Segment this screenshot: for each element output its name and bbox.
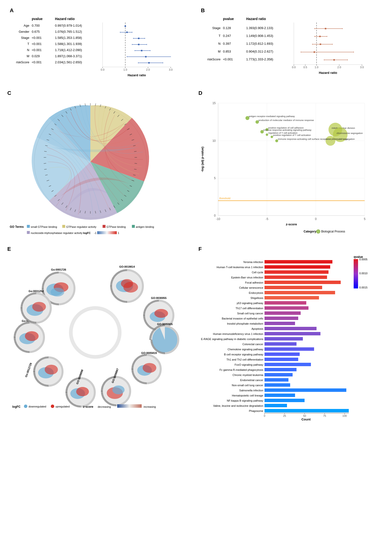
svg-rect-355 [354, 259, 358, 288]
panel-f: F Yersinia infection Human T-cell leukem… [196, 243, 387, 424]
svg-text:0.029: 0.029 [32, 54, 40, 58]
svg-rect-307 [265, 322, 295, 325]
svg-text:z-score: z-score [286, 222, 297, 226]
svg-text:0.0010: 0.0010 [359, 272, 368, 275]
panel-e-circles: Go:0001726 GO:0019814 [7, 254, 183, 420]
svg-text:Non-small cell lung cancer: Non-small cell lung cancer [232, 384, 263, 387]
svg-rect-319 [265, 352, 300, 356]
svg-text:Chemokine signaling pathway: Chemokine signaling pathway [227, 348, 263, 351]
panel-e: E [5, 243, 196, 424]
panel-e-label: E [7, 246, 194, 252]
svg-rect-54 [141, 50, 142, 51]
svg-text:threshold: threshold [219, 197, 230, 200]
svg-rect-315 [265, 342, 297, 346]
svg-text:10: 10 [212, 139, 216, 143]
svg-point-236 [51, 288, 64, 297]
svg-text:0.904(0.311-2.627): 0.904(0.311-2.627) [246, 50, 273, 53]
svg-text:100: 100 [342, 414, 347, 417]
svg-text:5: 5 [214, 176, 216, 180]
svg-text:Epstein-Barr virus infection: Epstein-Barr virus infection [231, 276, 263, 279]
svg-rect-179 [132, 225, 135, 228]
svg-text:25: 25 [283, 414, 286, 417]
svg-text:Hematopoietic cell lineage: Hematopoietic cell lineage [232, 394, 263, 397]
svg-rect-309 [265, 327, 317, 330]
svg-text:1.773(1.333-2.358): 1.773(1.333-2.358) [246, 57, 273, 61]
svg-text:0.5: 0.5 [303, 66, 307, 69]
panel-a-label: A [10, 7, 191, 14]
svg-text:0.128: 0.128 [223, 26, 231, 30]
svg-text:5: 5 [364, 217, 365, 221]
main-container: A pvalue Hazard ratio Age 0.700 0.997(0.… [0, 0, 392, 429]
svg-rect-321 [265, 358, 298, 361]
svg-rect-57 [145, 56, 147, 57]
svg-text:B cell receptor signaling path: B cell receptor signaling pathway [224, 353, 263, 356]
svg-text:decreasing: decreasing [98, 405, 111, 408]
svg-text:AGE-RAGE signaling pathway in : AGE-RAGE signaling pathway in diabetic c… [201, 338, 263, 341]
svg-text:1.393(0.909-2.133): 1.393(0.909-2.133) [246, 26, 273, 30]
svg-text:1.897(1.068-3.371): 1.897(1.068-3.371) [55, 54, 82, 58]
svg-rect-100 [319, 36, 321, 37]
svg-text:z-score: z-score [83, 405, 93, 408]
svg-rect-104 [320, 44, 321, 45]
svg-text:0.247: 0.247 [223, 34, 231, 38]
svg-rect-38 [125, 25, 126, 27]
svg-rect-175 [62, 225, 65, 228]
svg-text:1: 1 [118, 231, 119, 234]
svg-text:Bacterial invasion of epitheli: Bacterial invasion of epithelial cells [222, 317, 263, 320]
svg-text:p53 signaling pathway: p53 signaling pathway [237, 302, 263, 305]
svg-text:small GTPase binding: small GTPase binding [31, 225, 57, 228]
svg-text:0.397: 0.397 [223, 42, 231, 45]
svg-rect-280 [117, 404, 142, 408]
svg-text:pvalue: pvalue [223, 17, 234, 21]
svg-text:Endocytosis: Endocytosis [249, 291, 263, 294]
svg-text:Category: Category [304, 230, 316, 233]
svg-text:Chronic myeloid leukemia: Chronic myeloid leukemia [233, 374, 264, 376]
svg-text:Hazard ratio: Hazard ratio [246, 17, 266, 21]
svg-rect-50 [138, 44, 139, 45]
svg-rect-337 [265, 399, 305, 402]
svg-rect-46 [138, 38, 139, 39]
svg-text:1.0: 1.0 [123, 68, 127, 71]
svg-text:Focal adhesion: Focal adhesion [245, 281, 263, 284]
svg-text:Stage: Stage [212, 26, 221, 30]
svg-line-127 [134, 151, 137, 152]
svg-point-251 [143, 363, 156, 373]
svg-text:0.997(0.979-1.014): 0.997(0.979-1.014) [55, 24, 82, 27]
svg-text:Endometrial cancer: Endometrial cancer [240, 379, 263, 382]
svg-rect-303 [265, 311, 301, 315]
panel-d-label: D [199, 90, 385, 96]
svg-text:Phagosome: Phagosome [249, 409, 263, 412]
svg-point-259 [76, 387, 89, 396]
svg-text:0.853: 0.853 [223, 50, 231, 53]
svg-text:Colorectal cancer: Colorectal cancer [242, 343, 263, 346]
panel-d-scatter: threshold 0 5 10 15 -10 -5 0 5 z-score -… [199, 98, 374, 235]
svg-text:logFC: logFC [83, 231, 91, 234]
panel-c-chord: GO Terms small GTPase binding GTPase reg… [7, 98, 183, 235]
svg-point-227 [326, 136, 335, 146]
svg-rect-287 [265, 270, 328, 274]
svg-point-241 [121, 279, 133, 288]
svg-rect-297 [265, 296, 319, 299]
svg-text:Human immunodeficiency virus 1: Human immunodeficiency virus 1 infection [213, 332, 263, 335]
svg-point-245 [154, 309, 168, 318]
svg-text:GTPase regulator activity: GTPase regulator activity [66, 225, 96, 228]
svg-text:Apoptosis: Apoptosis [251, 327, 263, 330]
svg-rect-333 [265, 388, 346, 392]
svg-text:0: 0 [214, 214, 216, 217]
svg-point-276 [51, 405, 54, 408]
svg-text:increasing: increasing [144, 405, 156, 408]
svg-text:GO Terms: GO Terms [10, 225, 24, 229]
svg-rect-311 [265, 332, 320, 335]
svg-rect-283 [265, 260, 332, 264]
svg-rect-177 [103, 225, 106, 228]
svg-point-219 [271, 136, 273, 138]
svg-text:riskScore: riskScore [16, 60, 29, 64]
svg-point-217 [266, 133, 268, 136]
svg-text:N: N [27, 48, 29, 52]
svg-text:pvalue: pvalue [32, 17, 43, 21]
svg-text:downregulated: downregulated [29, 405, 46, 408]
svg-text:sister chromatid segregation: sister chromatid segregation [326, 138, 355, 140]
svg-text:3.0: 3.0 [169, 68, 172, 71]
svg-point-232 [71, 308, 120, 357]
svg-rect-317 [265, 347, 314, 351]
